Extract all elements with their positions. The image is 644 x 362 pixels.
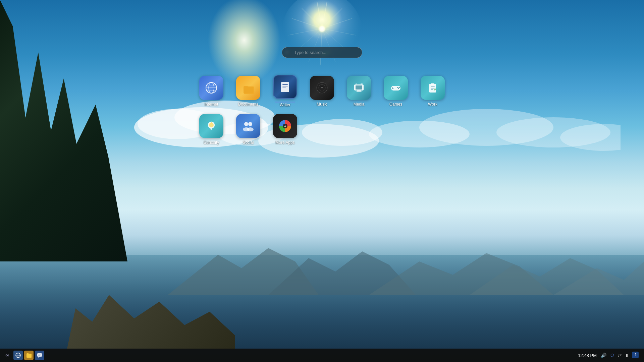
svg-rect-75 — [285, 125, 285, 127]
taskbar-menu-button[interactable]: ∞ — [3, 351, 12, 360]
svg-rect-66 — [211, 129, 212, 130]
taskbar-browser-button[interactable] — [13, 351, 23, 360]
documents-icon — [236, 76, 260, 100]
curiosity-icon — [199, 114, 223, 138]
games-icon — [384, 76, 408, 100]
taskbar-chat-button[interactable] — [35, 351, 44, 360]
app-grid: Internet Documents — [196, 75, 448, 145]
svg-point-64 — [209, 123, 214, 127]
work-label: Work — [428, 102, 437, 107]
svg-rect-49 — [356, 92, 362, 92]
music-icon — [310, 76, 334, 100]
svg-point-45 — [321, 87, 323, 88]
taskbar-right: 12:48 PM 🔊 ⬡ ⇄ ▮ f — [578, 352, 641, 359]
app-music[interactable]: Music — [307, 76, 337, 107]
music-label: Music — [317, 102, 327, 107]
taskbar-bluetooth-icon[interactable]: ⬡ — [610, 353, 614, 358]
internet-label: Internet — [205, 102, 218, 107]
app-curiosity[interactable]: Curiosity — [196, 114, 226, 145]
svg-rect-47 — [356, 85, 362, 89]
work-icon — [421, 76, 445, 100]
app-social[interactable]: Social — [233, 114, 263, 145]
app-work[interactable]: Work — [418, 76, 448, 107]
svg-point-68 — [244, 122, 248, 126]
svg-marker-80 — [38, 357, 40, 358]
app-internet[interactable]: Internet — [196, 76, 226, 107]
moreapps-icon — [273, 114, 297, 138]
taskbar-network-icon[interactable]: ⇄ — [618, 353, 622, 358]
writer-label: Writer — [280, 103, 290, 107]
app-row-1: Internet Documents — [196, 75, 448, 107]
taskbar-time: 12:48 PM — [578, 353, 597, 358]
svg-point-51 — [356, 83, 357, 84]
app-writer[interactable]: Writer — [270, 75, 300, 107]
media-label: Media — [354, 102, 365, 107]
svg-point-50 — [361, 83, 363, 85]
app-documents[interactable]: Documents — [233, 76, 263, 107]
svg-rect-39 — [282, 86, 288, 86]
svg-point-71 — [247, 127, 254, 131]
svg-rect-40 — [282, 87, 286, 88]
svg-rect-54 — [392, 88, 394, 88]
taskbar-left: ∞ — [3, 351, 44, 360]
svg-rect-60 — [431, 86, 435, 87]
svg-point-69 — [248, 122, 252, 126]
svg-rect-37 — [281, 82, 289, 92]
social-icon — [236, 114, 260, 138]
svg-rect-81 — [38, 355, 41, 355]
app-moreapps[interactable]: More Apps — [270, 114, 300, 145]
media-icon — [347, 76, 371, 100]
svg-rect-38 — [282, 84, 288, 85]
social-label: Social — [243, 140, 254, 145]
app-games[interactable]: Games — [381, 76, 411, 107]
writer-icon — [273, 75, 297, 99]
svg-rect-62 — [431, 89, 433, 90]
taskbar-battery-icon[interactable]: ▮ — [626, 353, 628, 358]
svg-point-56 — [399, 87, 400, 88]
documents-label: Documents — [238, 102, 259, 107]
taskbar: ∞ 12:48 PM 🔊 ⬡ ⇄ ▮ — [0, 349, 644, 362]
app-media[interactable]: Media — [344, 76, 374, 107]
svg-rect-61 — [431, 88, 435, 88]
desktop: 🔍 Internet — [0, 0, 644, 362]
taskbar-user-icon[interactable]: f — [632, 352, 639, 359]
svg-rect-82 — [38, 356, 40, 356]
search-input[interactable] — [282, 47, 362, 58]
curiosity-label: Curiosity — [204, 140, 219, 145]
svg-rect-65 — [210, 128, 212, 129]
taskbar-files-button[interactable] — [24, 351, 34, 360]
app-row-2: Curiosity Social — [196, 114, 300, 145]
svg-point-57 — [398, 88, 399, 89]
search-container: 🔍 — [282, 47, 362, 58]
internet-icon — [199, 76, 223, 100]
svg-rect-48 — [357, 90, 361, 92]
moreapps-label: More Apps — [275, 140, 294, 145]
games-label: Games — [389, 102, 402, 107]
taskbar-volume-icon[interactable]: 🔊 — [601, 353, 606, 358]
svg-rect-59 — [431, 83, 434, 85]
